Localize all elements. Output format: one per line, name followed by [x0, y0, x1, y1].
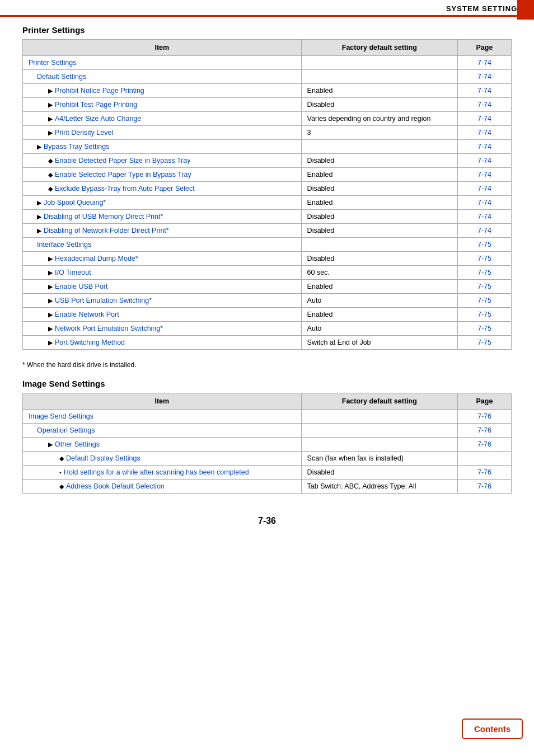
arrow-icon: ▶ — [48, 441, 53, 448]
category-label: Image Send Settings — [29, 412, 93, 420]
table-row: Interface Settings7-75 — [23, 238, 512, 252]
row-label[interactable]: Print Density Level — [55, 129, 113, 137]
page-number: 7-36 — [22, 516, 512, 526]
row-factory: Enabled — [301, 168, 457, 182]
table-row: Default Settings7-74 — [23, 70, 512, 84]
page-link[interactable]: 7-76 — [477, 426, 491, 434]
row-factory — [301, 438, 457, 452]
row-label[interactable]: Enable Selected Paper Type in Bypass Tra… — [55, 171, 191, 179]
row-page: 7-74 — [457, 182, 511, 196]
row-label[interactable]: Address Book Default Selection — [66, 482, 165, 490]
row-label[interactable]: Prohibit Notice Page Printing — [55, 87, 144, 95]
row-page — [457, 452, 511, 466]
row-label[interactable]: Hexadecimal Dump Mode* — [55, 255, 138, 262]
row-label[interactable]: Network Port Emulation Switching* — [55, 325, 163, 332]
row-label[interactable]: Disabling of USB Memory Direct Print* — [44, 213, 163, 220]
row-label[interactable]: Other Settings — [55, 440, 100, 448]
row-factory: Disabled — [301, 466, 457, 480]
row-factory: Auto — [301, 322, 457, 336]
page-link[interactable]: 7-75 — [477, 325, 491, 332]
page-link[interactable]: 7-75 — [477, 311, 491, 318]
printer-col-item: Item — [23, 40, 302, 56]
row-label[interactable]: Exclude Bypass-Tray from Auto Paper Sele… — [55, 185, 195, 192]
table-row: ▶Hexadecimal Dump Mode*Disabled7-75 — [23, 252, 512, 266]
arrow-icon: ▶ — [37, 199, 41, 206]
table-row: ▶Enable Network PortEnabled7-75 — [23, 308, 512, 322]
row-page: 7-74 — [457, 112, 511, 126]
page-link[interactable]: 7-74 — [477, 171, 491, 179]
page-link[interactable]: 7-74 — [477, 129, 491, 137]
arrow-icon: ▶ — [48, 311, 53, 318]
page-link[interactable]: 7-74 — [477, 143, 491, 151]
row-label[interactable]: I/O Timeout — [55, 269, 91, 276]
row-item: Operation Settings — [23, 424, 302, 438]
row-item: Default Settings — [23, 70, 302, 84]
row-label[interactable]: Job Spool Queuing* — [44, 199, 106, 206]
row-item: ◆Exclude Bypass-Tray from Auto Paper Sel… — [23, 182, 302, 196]
table-row: ◆Enable Selected Paper Type in Bypass Tr… — [23, 168, 512, 182]
diamond-icon: ◆ — [48, 171, 53, 178]
table-row: ▶Print Density Level37-74 — [23, 126, 512, 140]
category-label: Operation Settings — [37, 426, 95, 434]
row-factory: Disabled — [301, 98, 457, 112]
page-link[interactable]: 7-74 — [477, 227, 491, 234]
row-label[interactable]: Disabling of Network Folder Direct Print… — [44, 227, 169, 234]
page-link[interactable]: 7-74 — [477, 199, 491, 206]
category-label: Interface Settings — [37, 241, 91, 248]
category-label: Default Settings — [37, 73, 86, 81]
row-page: 7-74 — [457, 154, 511, 168]
table-row: ▶Bypass Tray Settings7-74 — [23, 140, 512, 154]
page-link[interactable]: 7-75 — [477, 255, 491, 262]
row-label[interactable]: A4/Letter Size Auto Change — [55, 115, 141, 123]
page-link[interactable]: 7-74 — [477, 213, 491, 220]
page-link[interactable]: 7-74 — [477, 59, 491, 67]
row-item: ▶Bypass Tray Settings — [23, 140, 302, 154]
page-link[interactable]: 7-75 — [477, 241, 491, 248]
page-link[interactable]: 7-76 — [477, 412, 491, 420]
table-row: ▶Port Switching MethodSwitch at End of J… — [23, 336, 512, 350]
page-link[interactable]: 7-74 — [477, 87, 491, 95]
table-row: ◆Default Display SettingsScan (fax when … — [23, 452, 512, 466]
page-link[interactable]: 7-74 — [477, 101, 491, 109]
page-link[interactable]: 7-76 — [477, 482, 491, 490]
page-link[interactable]: 7-74 — [477, 157, 491, 165]
row-label[interactable]: Enable USB Port — [55, 283, 108, 290]
row-factory: Enabled — [301, 84, 457, 98]
row-label[interactable]: Port Switching Method — [55, 339, 125, 346]
page-link[interactable]: 7-74 — [477, 115, 491, 123]
page-link[interactable]: 7-75 — [477, 297, 491, 304]
page-link[interactable]: 7-74 — [477, 185, 491, 192]
row-factory: Switch at End of Job — [301, 336, 457, 350]
page-link[interactable]: 7-75 — [477, 269, 491, 276]
row-label[interactable]: Hold settings for a while after scanning… — [64, 468, 249, 476]
row-factory: Disabled — [301, 252, 457, 266]
page-link[interactable]: 7-75 — [477, 339, 491, 346]
row-item: ▶A4/Letter Size Auto Change — [23, 112, 302, 126]
arrow-icon: ▶ — [48, 129, 53, 136]
row-label[interactable]: USB Port Emulation Switching* — [55, 297, 152, 304]
row-label[interactable]: Enable Detected Paper Size in Bypass Tra… — [55, 157, 191, 165]
row-factory: Enabled — [301, 308, 457, 322]
page-link[interactable]: 7-76 — [477, 440, 491, 448]
row-item: ▶USB Port Emulation Switching* — [23, 294, 302, 308]
row-page: 7-74 — [457, 84, 511, 98]
image-col-item: Item — [23, 393, 302, 410]
printer-col-page: Page — [457, 40, 511, 56]
page-link[interactable]: 7-75 — [477, 283, 491, 290]
row-factory: Disabled — [301, 224, 457, 238]
row-label[interactable]: Enable Network Port — [55, 311, 119, 318]
diamond-icon: ◆ — [59, 483, 64, 490]
row-page: 7-74 — [457, 126, 511, 140]
arrow-icon: ▶ — [48, 101, 53, 108]
row-label[interactable]: Prohibit Test Page Printing — [55, 101, 137, 109]
row-label[interactable]: Bypass Tray Settings — [44, 143, 109, 151]
row-item: Interface Settings — [23, 238, 302, 252]
contents-button[interactable]: Contents — [462, 719, 523, 739]
row-label[interactable]: Default Display Settings — [66, 454, 140, 462]
table-row: ▶Prohibit Notice Page PrintingEnabled7-7… — [23, 84, 512, 98]
row-item: ◆Enable Detected Paper Size in Bypass Tr… — [23, 154, 302, 168]
page-link[interactable]: 7-76 — [477, 468, 491, 476]
row-page: 7-75 — [457, 266, 511, 280]
page-link[interactable]: 7-74 — [477, 73, 491, 81]
row-item: ▶Prohibit Test Page Printing — [23, 98, 302, 112]
